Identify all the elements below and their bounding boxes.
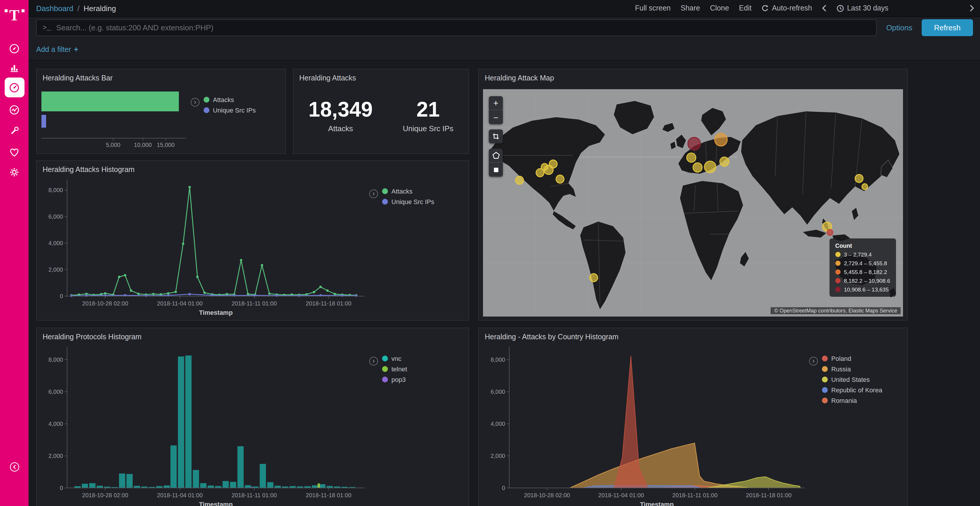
map-point[interactable] [687, 153, 696, 162]
map-point[interactable] [720, 157, 729, 167]
chart-canvas: 02,0004,0006,0008,0002018-10-28 02:00201… [40, 342, 368, 506]
chart-canvas: 02,0004,0006,0008,0002018-10-28 02:00201… [482, 342, 808, 506]
breadcrumb-dashboard-link[interactable]: Dashboard [36, 4, 73, 13]
legend-dot [382, 366, 388, 372]
add-filter-link[interactable]: Add a filter [36, 45, 71, 53]
chart-canvas: 5,00010,00015,000 [39, 86, 189, 151]
metric-unique-src-ips: 21 Unique Src IPs [403, 97, 453, 133]
sidebar-item-dev-tools[interactable] [5, 121, 24, 141]
legend-label: United States [831, 376, 870, 383]
clone-button[interactable]: Clone [710, 4, 729, 12]
chart-legend: PolandRussiaUnited StatesRepublic of Kor… [822, 355, 882, 408]
map-point[interactable] [590, 274, 598, 282]
refresh-button[interactable]: Refresh [922, 19, 973, 36]
map-point[interactable] [549, 160, 557, 168]
legend-toggle-icon[interactable]: › [369, 189, 378, 198]
legend-item[interactable]: telnet [382, 365, 407, 373]
legend-dot [835, 278, 841, 283]
sidebar-item-dashboard[interactable] [5, 78, 24, 97]
legend-dot [822, 355, 828, 362]
svg-text:2018-11-11 01:00: 2018-11-11 01:00 [232, 300, 277, 307]
top-navbar: Dashboard / Heralding Full screen Share … [29, 0, 980, 17]
svg-text:8,000: 8,000 [48, 187, 63, 193]
legend-item[interactable]: Attacks [382, 188, 434, 195]
legend-toggle-icon[interactable]: › [809, 357, 818, 365]
sidebar-item-management[interactable] [5, 162, 24, 182]
map-point[interactable] [515, 176, 523, 184]
legend-item[interactable]: 10,908.6 – 13,635 [835, 286, 891, 293]
time-range-picker[interactable]: Last 30 days [837, 4, 888, 12]
map-point[interactable] [688, 137, 700, 150]
panel-title: Heralding Attacks [293, 69, 468, 82]
sidebar-collapse-button[interactable] [6, 458, 23, 476]
map-draw-polygon-button[interactable] [489, 149, 503, 163]
legend-item[interactable]: 5,455.8 – 8,182.2 [835, 269, 891, 275]
legend-toggle-icon[interactable]: › [191, 98, 199, 107]
kibana-dashboard: T [0, 0, 980, 506]
map-zoom-in-button[interactable]: + [489, 96, 503, 110]
legend-item[interactable]: Attacks [204, 96, 256, 103]
search-box[interactable]: >_ [36, 19, 877, 36]
legend-item[interactable]: vnc [382, 355, 407, 362]
sidebar-item-timelion[interactable] [5, 100, 24, 119]
sidebar-item-visualize[interactable] [5, 58, 24, 78]
map-point[interactable] [556, 175, 564, 183]
svg-text:0: 0 [60, 485, 63, 491]
panel-title: Heralding Protocols Histogram [37, 328, 468, 341]
legend-label: Russia [831, 365, 851, 373]
legend-item[interactable]: 3 – 2,729.4 [835, 251, 891, 258]
legend-label: Attacks [213, 96, 234, 103]
map-point[interactable] [827, 230, 833, 235]
svg-text:2018-11-18 01:00: 2018-11-18 01:00 [746, 492, 791, 498]
svg-text:8,000: 8,000 [48, 357, 63, 363]
time-back-button[interactable] [822, 5, 827, 12]
map-point[interactable] [855, 174, 863, 183]
legend-label: Republic of Korea [831, 387, 882, 393]
edit-button[interactable]: Edit [739, 4, 752, 12]
legend-item[interactable]: Unique Src IPs [204, 107, 256, 114]
legend-item[interactable]: 2,729.4 – 5,455.8 [835, 260, 891, 266]
map-point[interactable] [693, 163, 702, 172]
legend-item[interactable]: 8,182.2 – 10,908.6 [835, 278, 891, 284]
map-zoom-out-button[interactable]: − [489, 110, 503, 124]
svg-text:2,000: 2,000 [48, 453, 63, 459]
legend-label: pop3 [391, 376, 406, 383]
svg-text:2018-11-04 01:00: 2018-11-04 01:00 [598, 492, 644, 498]
legend-item[interactable]: Republic of Korea [822, 387, 882, 393]
share-button[interactable]: Share [681, 4, 700, 12]
sidebar-item-discover[interactable] [5, 38, 24, 58]
query-prompt-icon: >_ [43, 24, 51, 32]
map-fit-bounds-button[interactable] [489, 129, 503, 143]
legend-item[interactable]: Poland [822, 355, 882, 362]
map-controls: + − [489, 96, 503, 177]
legend-dot [822, 366, 828, 372]
full-screen-button[interactable]: Full screen [635, 4, 671, 12]
svg-text:5,000: 5,000 [106, 142, 121, 148]
country-histogram-chart: 02,0004,0006,0008,0002018-10-28 02:00201… [482, 342, 808, 506]
map-point[interactable] [862, 184, 868, 189]
legend-dot [835, 269, 841, 274]
panel-title: Heralding Attack Map [479, 69, 907, 82]
telekom-logo[interactable]: T [0, 5, 29, 28]
logo-t: T [10, 8, 19, 24]
legend-item[interactable]: Romania [822, 397, 882, 404]
svg-text:6,000: 6,000 [491, 389, 505, 395]
svg-text:2,000: 2,000 [48, 266, 63, 273]
options-link[interactable]: Options [886, 23, 912, 32]
legend-item[interactable]: United States [822, 376, 882, 383]
legend-item[interactable]: Russia [822, 365, 882, 373]
world-map[interactable]: + − [483, 89, 903, 317]
time-forward-button[interactable] [969, 5, 974, 12]
legend-item[interactable]: Unique Src IPs [382, 198, 434, 205]
search-input[interactable] [56, 23, 870, 32]
legend-toggle-icon[interactable]: › [369, 357, 378, 365]
protocols-histogram-chart: 02,0004,0006,0008,0002018-10-28 02:00201… [40, 342, 368, 506]
map-point[interactable] [705, 161, 716, 173]
legend-item[interactable]: pop3 [382, 376, 407, 383]
add-filter-plus-icon[interactable]: + [74, 45, 78, 53]
polygon-icon [492, 152, 500, 159]
sidebar-item-monitoring[interactable] [5, 142, 24, 162]
map-draw-rectangle-button[interactable] [489, 163, 503, 177]
auto-refresh-button[interactable]: Auto-refresh [762, 4, 812, 12]
map-point[interactable] [714, 133, 727, 146]
